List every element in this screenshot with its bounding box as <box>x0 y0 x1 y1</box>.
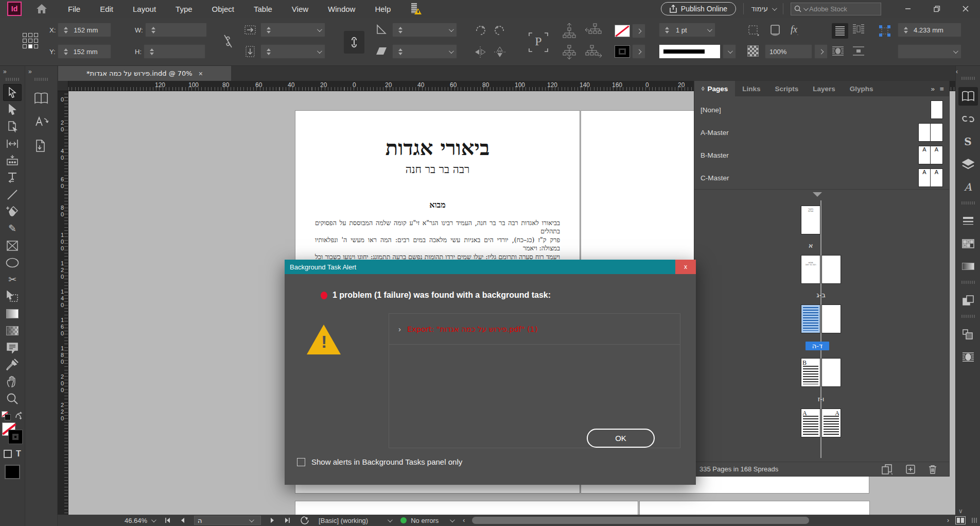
pen-tool[interactable] <box>3 203 22 220</box>
task-error-row[interactable]: › Export: "פירוש על כמה אגדות.pdf" (1) <box>389 314 680 345</box>
effects-fx-icon[interactable]: fx. <box>791 24 798 36</box>
page-thumb-4-selected[interactable] <box>801 304 820 333</box>
object-style-dropdown[interactable] <box>898 44 961 59</box>
edit-page-size-icon[interactable] <box>881 464 892 474</box>
ruler-corner[interactable] <box>58 81 68 91</box>
pages-spread-panel-icon[interactable] <box>31 89 51 108</box>
rotate-ccw-icon[interactable] <box>493 24 506 37</box>
stroke-style-chevron[interactable] <box>723 44 736 59</box>
menu-type[interactable]: Type <box>176 5 192 13</box>
preflight-icon[interactable] <box>300 516 309 525</box>
stepper-icon[interactable] <box>902 27 909 33</box>
page-number-field[interactable] <box>194 516 261 525</box>
zoom-level-control[interactable]: 46.64% <box>125 517 155 524</box>
ok-button[interactable]: OK <box>587 429 655 448</box>
master-row-b[interactable]: B-Master AA <box>694 144 949 166</box>
background-tasks-indicator-icon[interactable] <box>411 3 419 14</box>
page-thumb-5[interactable] <box>821 304 841 333</box>
eyedropper-tool[interactable] <box>3 356 22 373</box>
menu-window[interactable]: Window <box>328 5 355 13</box>
layers-panel-icon[interactable] <box>958 155 978 174</box>
workspace-switcher[interactable]: עימוד <box>751 5 776 13</box>
free-transform-tool[interactable] <box>3 288 22 305</box>
scroll-right-icon[interactable]: › <box>947 517 949 524</box>
select-container-button[interactable]: P <box>526 30 551 55</box>
wrap-object-shape-button[interactable] <box>832 45 844 57</box>
dock-grip[interactable] <box>961 281 975 284</box>
page-thumb-7[interactable] <box>821 358 841 387</box>
tab-pages[interactable]: ◊ Pages <box>694 81 735 96</box>
scale-x-dropdown[interactable] <box>260 23 325 37</box>
next-spread-page[interactable] <box>295 501 638 516</box>
master-row-none[interactable]: [None] <box>694 98 949 121</box>
stepper-icon[interactable] <box>150 27 157 33</box>
page-thumb-2[interactable]: מבוארבה בר חנה <box>801 255 820 284</box>
preflight-profile-control[interactable]: [Basic] (working) <box>319 517 391 524</box>
opacity-field[interactable]: 100% <box>765 44 812 59</box>
vertical-ruler[interactable]: 0 20 40 60 80 100 120 140 160 180 200 22… <box>58 81 68 517</box>
dialog-close-button[interactable]: x <box>675 260 696 274</box>
opacity-more-button[interactable] <box>814 44 828 59</box>
stroke-weight-field[interactable]: 1 pt <box>659 23 715 37</box>
page-thumb-3[interactable] <box>821 255 841 284</box>
content-collector-tool[interactable] <box>3 152 22 169</box>
fill-color-more-button[interactable] <box>632 24 645 38</box>
width-field[interactable] <box>145 23 207 37</box>
spread-label-1[interactable]: א <box>795 242 826 249</box>
glyphs-panel-icon[interactable]: A <box>958 178 978 196</box>
page-thumb-6[interactable]: B <box>801 358 820 387</box>
panel-overflow-icon[interactable]: » <box>931 85 935 93</box>
reference-point-proxy[interactable] <box>23 33 38 48</box>
selection-tool[interactable] <box>3 84 22 101</box>
fill-color-swatch[interactable] <box>615 25 630 37</box>
scripts-panel-icon[interactable]: S <box>958 132 978 151</box>
spread-label-4[interactable]: ו-ז <box>806 395 836 403</box>
page-thumb-1[interactable]: ביאוריאגדות <box>801 206 820 234</box>
effects-panel-icon[interactable] <box>958 325 978 344</box>
direct-selection-tool[interactable] <box>3 101 22 118</box>
home-icon[interactable] <box>36 4 47 14</box>
dock-grip[interactable] <box>961 315 975 318</box>
panel-collapse-icon[interactable]: ◊ <box>702 86 704 92</box>
corner-options-icon[interactable] <box>747 24 760 37</box>
stepper-icon[interactable] <box>148 48 155 55</box>
scissors-tool[interactable]: ✂ <box>3 271 22 288</box>
scrollbar-thumb[interactable] <box>472 517 809 524</box>
note-tool[interactable] <box>3 339 22 356</box>
preflight-status[interactable]: No errors <box>400 517 453 524</box>
rectangle-frame-tool[interactable] <box>3 237 22 254</box>
gap-tool[interactable] <box>3 135 22 152</box>
gradient-panel-icon[interactable] <box>958 257 978 276</box>
select-previous-object-icon[interactable] <box>562 23 576 38</box>
scroll-left-icon[interactable]: ‹ <box>463 517 465 524</box>
close-button[interactable] <box>951 0 980 18</box>
spread-label-3-selected[interactable]: ד-ה <box>806 342 829 350</box>
export-panel-icon[interactable] <box>31 137 51 155</box>
last-page-button[interactable] <box>285 517 291 523</box>
page-number-input[interactable] <box>198 517 249 524</box>
object-styles-panel-icon[interactable] <box>958 291 978 310</box>
tab-layers[interactable]: Layers <box>806 81 843 96</box>
restore-button[interactable] <box>922 0 951 18</box>
dock-collapse-icon[interactable]: » <box>25 66 57 76</box>
stroke-style-dropdown[interactable] <box>659 44 721 59</box>
line-tool[interactable] <box>3 186 22 203</box>
formatting-affects-container-button[interactable] <box>4 450 12 458</box>
dialog-title-bar[interactable]: Background Task Alert <box>285 260 696 274</box>
gradient-feather-tool[interactable] <box>3 322 22 339</box>
tab-scripts[interactable]: Scripts <box>767 81 806 96</box>
rotation-angle-dropdown[interactable] <box>392 23 457 37</box>
apply-color-button[interactable] <box>5 465 20 479</box>
master-row-a[interactable]: A-Master <box>694 121 949 144</box>
page-tool[interactable] <box>3 118 22 135</box>
wrap-bounding-box-button[interactable] <box>852 23 865 35</box>
scale-y-dropdown[interactable] <box>260 44 325 59</box>
tab-close-icon[interactable]: × <box>199 70 203 78</box>
stroke-swatch-black[interactable] <box>8 430 23 444</box>
x-position-field[interactable]: 152 mm <box>58 23 111 37</box>
create-new-page-icon[interactable] <box>906 465 915 474</box>
menu-help[interactable]: Help <box>375 5 391 13</box>
stepper-icon[interactable] <box>62 27 69 33</box>
select-content-icon[interactable] <box>562 44 576 60</box>
publish-online-button[interactable]: Publish Online <box>661 2 736 15</box>
